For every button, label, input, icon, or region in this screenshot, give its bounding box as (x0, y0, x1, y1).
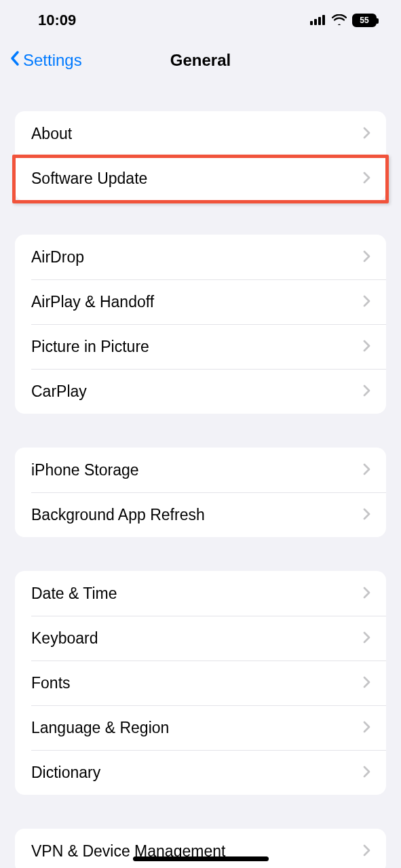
row-label: Picture in Picture (31, 338, 363, 356)
chevron-right-icon (363, 125, 371, 143)
svg-rect-2 (318, 17, 321, 25)
home-indicator (133, 856, 269, 861)
svg-rect-0 (310, 21, 313, 25)
row-software-update[interactable]: Software Update (15, 156, 386, 201)
row-fonts[interactable]: Fonts (15, 660, 386, 705)
row-label: iPhone Storage (31, 461, 363, 479)
chevron-right-icon (363, 293, 371, 311)
row-label: Background App Refresh (31, 506, 363, 524)
chevron-right-icon (363, 248, 371, 267)
row-date-time[interactable]: Date & Time (15, 571, 386, 616)
chevron-right-icon (363, 338, 371, 356)
back-button[interactable]: Settings (9, 50, 82, 71)
chevron-right-icon (363, 629, 371, 648)
svg-rect-1 (314, 19, 317, 25)
row-vpn-device-management[interactable]: VPN & Device Management (15, 829, 386, 868)
row-label: About (31, 125, 363, 143)
settings-section: iPhone StorageBackground App Refresh (15, 448, 386, 537)
settings-section: Date & TimeKeyboardFontsLanguage & Regio… (15, 571, 386, 795)
chevron-right-icon (363, 382, 371, 401)
row-about[interactable]: About (15, 111, 386, 156)
cellular-icon (310, 12, 326, 29)
chevron-right-icon (363, 506, 371, 524)
row-picture-in-picture[interactable]: Picture in Picture (15, 324, 386, 369)
chevron-right-icon (363, 764, 371, 782)
row-label: AirDrop (31, 248, 363, 267)
wifi-icon (332, 12, 347, 29)
battery-icon: 55 (352, 14, 377, 27)
settings-section: VPN & Device Management (15, 829, 386, 868)
settings-section: AirDropAirPlay & HandoffPicture in Pictu… (15, 235, 386, 414)
row-dictionary[interactable]: Dictionary (15, 750, 386, 795)
chevron-right-icon (363, 170, 371, 188)
chevron-left-icon (9, 50, 20, 71)
row-label: Date & Time (31, 585, 363, 603)
row-airplay-handoff[interactable]: AirPlay & Handoff (15, 279, 386, 324)
row-label: Fonts (31, 674, 363, 692)
back-label: Settings (23, 51, 82, 70)
row-label: Keyboard (31, 629, 363, 648)
svg-rect-3 (322, 15, 325, 25)
chevron-right-icon (363, 842, 371, 861)
battery-level: 55 (354, 15, 375, 26)
status-bar: 10:09 55 (0, 0, 401, 41)
status-right: 55 (310, 12, 377, 29)
chevron-right-icon (363, 585, 371, 603)
row-label: Language & Region (31, 719, 363, 737)
row-label: CarPlay (31, 382, 363, 401)
nav-bar: Settings General (0, 41, 401, 80)
row-label: Dictionary (31, 764, 363, 782)
chevron-right-icon (363, 719, 371, 737)
row-label: AirPlay & Handoff (31, 293, 363, 311)
chevron-right-icon (363, 674, 371, 692)
row-iphone-storage[interactable]: iPhone Storage (15, 448, 386, 492)
settings-section: AboutSoftware Update (15, 111, 386, 201)
row-label: Software Update (31, 170, 363, 188)
row-airdrop[interactable]: AirDrop (15, 235, 386, 279)
chevron-right-icon (363, 461, 371, 479)
status-time: 10:09 (38, 12, 76, 29)
row-carplay[interactable]: CarPlay (15, 369, 386, 414)
row-keyboard[interactable]: Keyboard (15, 616, 386, 660)
row-background-app-refresh[interactable]: Background App Refresh (15, 492, 386, 537)
row-language-region[interactable]: Language & Region (15, 705, 386, 750)
